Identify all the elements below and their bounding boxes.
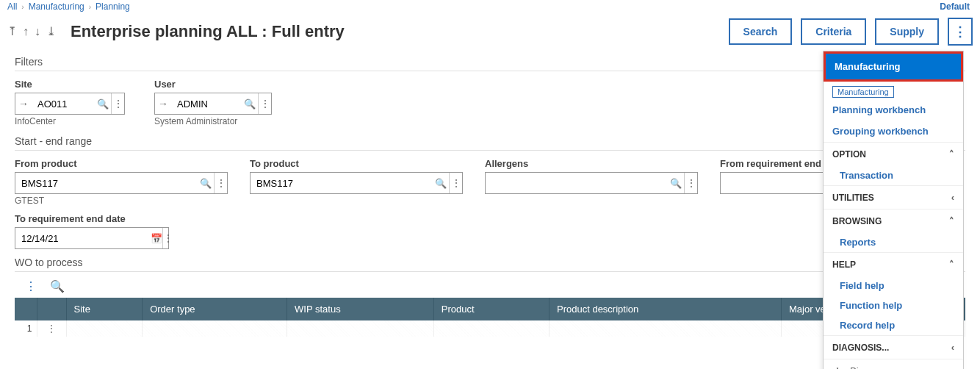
to-req-input[interactable]	[15, 228, 151, 248]
user-sublabel: System Administrator	[154, 116, 272, 126]
first-record-icon[interactable]: ⤒	[7, 26, 17, 37]
search-button[interactable]: Search	[729, 18, 793, 45]
breadcrumb-all[interactable]: All	[7, 1, 17, 12]
link-arrow-icon[interactable]: →	[15, 98, 32, 110]
title-row: ⤒ ↑ ↓ ⤓ Enterprise planning ALL : Full e…	[0, 13, 980, 50]
allergens-label: Allergens	[485, 158, 698, 169]
menu-group-utilities[interactable]: UTILITIES‹	[824, 185, 963, 209]
from-product-sublabel: GTEST	[15, 196, 228, 206]
to-req-label: To requirement end date	[15, 213, 169, 224]
actions-icon[interactable]: ⋮	[684, 173, 697, 193]
user-input-wrap: → 🔍 ⋮	[154, 93, 272, 115]
to-product-input[interactable]	[251, 173, 433, 193]
menu-planning-workbench[interactable]: Planning workbench	[824, 99, 963, 121]
menu-transaction[interactable]: Transaction	[824, 165, 963, 185]
site-input[interactable]	[32, 93, 95, 114]
chevron-right-icon: ›	[89, 3, 91, 11]
search-icon[interactable]: 🔍	[95, 98, 111, 110]
menu-field-help[interactable]: Field help	[824, 276, 963, 295]
col-site[interactable]: Site	[66, 298, 143, 320]
from-product-label: From product	[15, 158, 228, 169]
grid-search-icon[interactable]: 🔍	[50, 279, 65, 293]
cell[interactable]	[66, 320, 143, 337]
actions-icon[interactable]: ⋮	[111, 93, 124, 114]
actions-icon[interactable]: ⋮	[258, 93, 271, 114]
col-product[interactable]: Product	[433, 298, 549, 320]
page-title: Enterprise planning ALL : Full entry	[71, 22, 345, 41]
criteria-button[interactable]: Criteria	[801, 18, 866, 45]
user-input[interactable]	[171, 93, 242, 114]
more-actions-button[interactable]: ⋮	[948, 18, 973, 46]
link-arrow-icon[interactable]: →	[155, 98, 171, 110]
cell[interactable]	[287, 320, 434, 337]
chevron-left-icon: ‹	[951, 342, 954, 353]
col-order-type[interactable]: Order type	[143, 298, 287, 320]
chevron-right-icon: ›	[21, 3, 24, 11]
actions-icon[interactable]: ⋮	[449, 173, 462, 193]
menu-pin[interactable]: Pin	[824, 359, 963, 369]
breadcrumb-planning[interactable]: Planning	[96, 1, 130, 12]
chevron-left-icon: ‹	[951, 192, 954, 203]
actions-icon[interactable]: ⋮	[162, 228, 173, 248]
search-icon[interactable]: 🔍	[242, 98, 258, 110]
site-sublabel: InfoCenter	[15, 116, 125, 126]
default-link[interactable]: Default	[940, 1, 970, 12]
cell[interactable]	[433, 320, 549, 337]
menu-function-help[interactable]: Function help	[824, 295, 963, 315]
row-number: 1	[15, 320, 37, 337]
menu-group-help[interactable]: HELP˄	[824, 252, 963, 276]
record-nav: ⤒ ↑ ↓ ⤓	[7, 26, 56, 37]
grid-actions-icon[interactable]: ⋮	[25, 279, 37, 293]
col-select[interactable]	[15, 298, 37, 320]
menu-grouping-workbench[interactable]: Grouping workbench	[824, 121, 963, 142]
site-input-wrap: → 🔍 ⋮	[15, 93, 125, 115]
allergens-input[interactable]	[486, 173, 668, 193]
col-actions[interactable]	[37, 298, 66, 320]
user-label: User	[154, 79, 272, 90]
cell[interactable]	[550, 320, 782, 337]
menu-header-manufacturing[interactable]: Manufacturing	[824, 51, 963, 82]
pin-icon	[832, 366, 843, 370]
search-icon[interactable]: 🔍	[668, 178, 684, 189]
calendar-icon[interactable]: 📅	[151, 233, 162, 244]
side-menu: Manufacturing Manufacturing Planning wor…	[823, 51, 964, 369]
site-label: Site	[15, 79, 125, 90]
menu-group-browsing[interactable]: BROWSING˄	[824, 209, 963, 232]
manufacturing-tooltip: Manufacturing	[832, 86, 894, 98]
cell[interactable]	[143, 320, 287, 337]
supply-button[interactable]: Supply	[875, 18, 939, 45]
chevron-up-icon: ˄	[949, 148, 954, 160]
to-product-label: To product	[250, 158, 463, 169]
col-product-desc[interactable]: Product description	[550, 298, 782, 320]
breadcrumb-manufacturing[interactable]: Manufacturing	[29, 1, 84, 12]
menu-group-diagnosis[interactable]: DIAGNOSIS...‹	[824, 335, 963, 359]
next-record-icon[interactable]: ↓	[35, 26, 40, 37]
menu-group-option[interactable]: OPTION˄	[824, 142, 963, 165]
chevron-up-icon: ˄	[949, 259, 954, 270]
menu-record-help[interactable]: Record help	[824, 315, 963, 335]
breadcrumb: All › Manufacturing › Planning Default	[0, 0, 980, 13]
menu-reports[interactable]: Reports	[824, 232, 963, 252]
search-icon[interactable]: 🔍	[198, 178, 214, 189]
prev-record-icon[interactable]: ↑	[23, 26, 29, 37]
actions-icon[interactable]: ⋮	[214, 173, 227, 193]
pin-label: Pin	[850, 365, 864, 369]
col-wip-status[interactable]: WIP status	[287, 298, 434, 320]
from-product-input[interactable]	[15, 173, 198, 193]
chevron-up-icon: ˄	[949, 215, 954, 226]
row-actions-icon[interactable]: ⋮	[37, 320, 66, 337]
search-icon[interactable]: 🔍	[433, 178, 449, 189]
last-record-icon[interactable]: ⤓	[46, 26, 56, 37]
